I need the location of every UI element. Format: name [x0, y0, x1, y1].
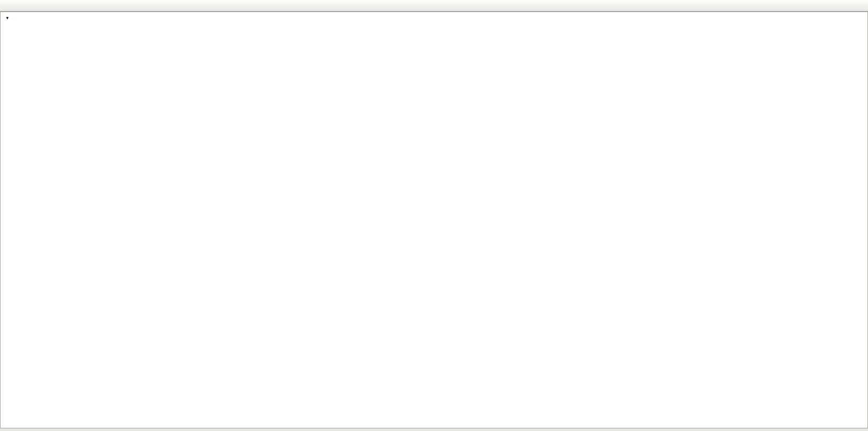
- chart-title: ▼: [5, 14, 12, 20]
- chart-collapse-icon[interactable]: ▼: [5, 16, 9, 20]
- chart-canvas[interactable]: [0, 0, 868, 431]
- terminal-window: ▼: [0, 0, 868, 431]
